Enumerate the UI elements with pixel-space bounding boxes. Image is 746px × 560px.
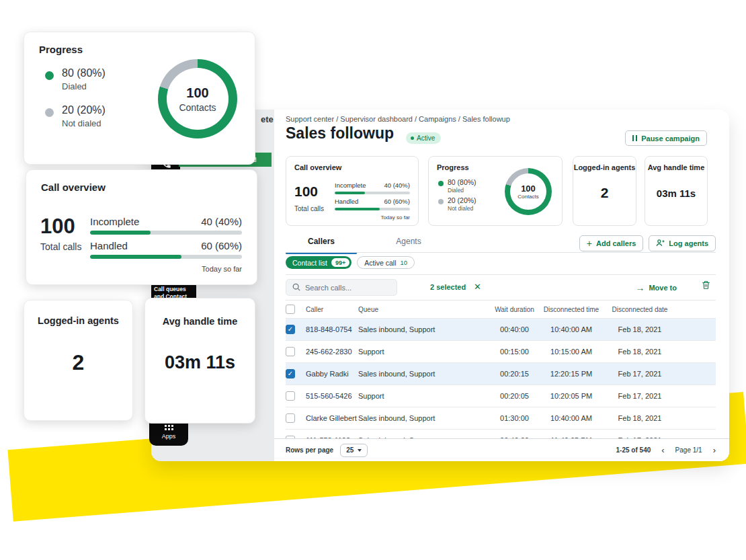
active-call-count-badge: 10: [400, 259, 407, 266]
cell-disconnected-time: 12:20:15 PM: [536, 370, 606, 378]
search-input[interactable]: [305, 284, 390, 292]
column-header-wait-duration[interactable]: Wait duration: [493, 306, 536, 313]
incomplete-value: 40 (40%): [384, 182, 410, 189]
cell-queue: Support: [358, 392, 493, 400]
not-dialed-label: Not dialed: [62, 118, 106, 128]
donut-center-value: 100: [521, 184, 536, 194]
dialed-label: Dialed: [62, 81, 106, 91]
log-agents-label: Log agents: [669, 239, 708, 247]
dialed-dot-icon: [45, 71, 54, 80]
divider: [286, 274, 716, 275]
table-row[interactable]: 245-662-2830 Support 00:15:00 10:15:00 A…: [286, 341, 716, 363]
rows-per-page-label: Rows per page: [286, 446, 333, 454]
cell-caller: 818-848-0754: [306, 325, 358, 333]
pause-campaign-label: Pause campaign: [641, 134, 700, 143]
handled-label: Handled: [335, 198, 358, 205]
cell-caller: 515-560-5426: [306, 392, 358, 400]
incomplete-value: 40 (40%): [201, 216, 242, 227]
not-dialed-value: 20 (20%): [62, 104, 106, 116]
add-callers-label: Add callers: [596, 239, 636, 247]
cell-disconnected-date: Feb 17, 2021: [606, 370, 673, 378]
total-calls-label: Total calls: [294, 205, 324, 212]
cell-caller: Clarke Gillebert: [306, 414, 358, 422]
dialed-dot-icon: [438, 181, 444, 186]
column-header-caller[interactable]: Caller: [306, 306, 358, 313]
card-title: Logged-in agents: [24, 315, 132, 326]
filter-pill-active-call[interactable]: Active call 10: [357, 256, 415, 269]
pagination-page: Page 1/1: [675, 446, 702, 454]
table-row[interactable]: 818-848-0754 Sales inbound, Support 00:4…: [286, 319, 716, 341]
row-checkbox[interactable]: [286, 325, 295, 334]
filter-pill-contact-list[interactable]: Contact list 99+: [286, 256, 351, 269]
dialed-value: 80 (80%): [448, 178, 476, 186]
page-title: Sales followup: [286, 124, 394, 143]
column-header-queue[interactable]: Queue: [358, 306, 493, 313]
cell-queue: Sales inbound, Support: [358, 414, 493, 422]
donut-center-value: 100: [186, 85, 208, 101]
move-to-button[interactable]: → Move to: [635, 282, 677, 293]
card-title: Call overview: [41, 182, 106, 193]
total-calls-value: 100: [40, 214, 75, 239]
next-page-icon[interactable]: ›: [713, 445, 716, 455]
row-checkbox[interactable]: [286, 413, 295, 423]
progress-donut-chart: 100 Contacts: [158, 59, 237, 138]
table-row[interactable]: 515-560-5426 Support 00:20:05 10:20:05 P…: [286, 385, 716, 407]
table-row[interactable]: Gabby Radki Sales inbound, Support 00:20…: [286, 363, 716, 385]
clear-selection-icon[interactable]: ✕: [474, 282, 481, 292]
not-dialed-dot-icon: [438, 199, 444, 204]
card-avg-handle-time: Avg handle time 03m 11s: [645, 156, 708, 226]
column-header-disconnected-date[interactable]: Disconnected date: [606, 306, 673, 313]
donut-center-label: Contacts: [517, 194, 539, 200]
plus-icon: +: [587, 239, 592, 248]
logged-in-agents-value: 2: [573, 185, 636, 201]
tabs-divider: [286, 252, 716, 253]
table-row[interactable]: 111-558-1192 Sales inbound, S 00:40:00 1…: [286, 430, 716, 438]
total-calls-label: Total calls: [40, 241, 81, 252]
card-title: Call overview: [294, 163, 341, 171]
incomplete-label: Incomplete: [335, 182, 366, 189]
handled-value: 60 (60%): [384, 198, 410, 205]
cell-disconnected-time: 10:20:05 PM: [536, 392, 606, 400]
dialed-value: 80 (80%): [62, 67, 106, 79]
breadcrumb[interactable]: Support center / Supervisor dashboard / …: [286, 115, 510, 123]
card-call-overview: Call overview 100 Total calls Incomplete…: [286, 156, 419, 226]
row-checkbox[interactable]: [286, 369, 295, 378]
table-row[interactable]: Clarke Gillebert Sales inbound, Support …: [286, 407, 716, 430]
pause-campaign-button[interactable]: Pause campaign: [625, 130, 707, 146]
incomplete-bar: [90, 231, 242, 235]
column-header-disconnected-time[interactable]: Disconnected time: [536, 306, 606, 313]
floating-card-logged-in-agents: Logged-in agents 2: [24, 300, 133, 421]
person-plus-icon: [656, 239, 665, 248]
cell-caller: 245-662-2830: [306, 348, 358, 356]
row-checkbox[interactable]: [286, 347, 295, 356]
row-checkbox[interactable]: [286, 391, 295, 401]
tab-callers[interactable]: Callers: [286, 237, 357, 253]
rows-per-page-value: 25: [346, 446, 354, 454]
dialed-label: Dialed: [448, 187, 464, 194]
truncated-background-text: ete: [261, 114, 274, 124]
cell-disconnected-date: Feb 17, 2021: [606, 392, 673, 400]
cell-wait-duration: 01:30:00: [493, 414, 536, 422]
not-dialed-label: Not dialed: [448, 205, 473, 212]
previous-page-icon[interactable]: ‹: [661, 445, 664, 455]
not-dialed-dot-icon: [45, 108, 54, 117]
card-title: Avg handle time: [645, 163, 707, 171]
card-footnote: Today so far: [380, 214, 410, 221]
cell-wait-duration: 00:20:05: [493, 392, 536, 400]
arrow-right-icon: →: [635, 282, 645, 293]
call-queues-line1: Call queues: [154, 286, 194, 293]
select-all-checkbox[interactable]: [286, 305, 295, 314]
log-agents-button[interactable]: Log agents: [649, 235, 716, 251]
card-title: Progress: [437, 163, 469, 171]
card-logged-in-agents: Logged-in agents 2: [573, 156, 636, 226]
add-callers-button[interactable]: + Add callers: [579, 235, 644, 251]
move-to-label: Move to: [649, 284, 677, 292]
tab-agents[interactable]: Agents: [375, 237, 442, 253]
rows-per-page-select[interactable]: 25: [340, 444, 368, 457]
cell-disconnected-time: 10:40:00 AM: [536, 414, 606, 422]
incomplete-bar: [335, 192, 410, 194]
delete-icon[interactable]: [702, 280, 710, 292]
cell-queue: Support: [358, 348, 493, 356]
handled-bar: [90, 255, 242, 259]
page: ete Supervisor Dashboard Call queues and…: [0, 0, 746, 560]
